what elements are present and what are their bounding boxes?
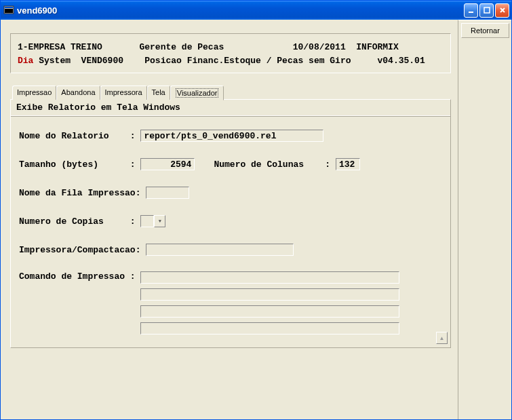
tab-impressora[interactable]: Impressora [100,85,147,100]
row-fila: Nome da Fila Impressao: [19,186,442,199]
header-company: 1-EMPRESA TREINO [18,42,102,52]
tab-impressao[interactable]: Impressao [12,85,56,100]
tab-tela[interactable]: Tela [147,85,170,100]
field-comando-4[interactable] [140,322,399,335]
svg-rect-2 [5,9,13,13]
label-tamanho: Tamanho (bytes) : [19,159,140,170]
header-role: Gerente de Pecas [139,42,224,52]
tab-visualizador[interactable]: Visualizador [170,85,224,100]
window-controls [464,3,509,18]
field-comando-2[interactable] [140,288,399,301]
header-version: v04.35.01 [378,56,425,66]
field-tamanho[interactable]: 2594 [140,158,195,170]
label-impressora: Impressora/Compactacao: [19,245,146,255]
field-fila[interactable] [146,187,189,199]
field-comando-1[interactable] [140,271,399,284]
comando-lines [140,271,442,339]
minimize-button[interactable] [464,3,478,18]
field-comando-3[interactable] [140,305,399,318]
titlebar[interactable]: vend6900 [1,1,511,20]
field-colunas[interactable]: 132 [336,158,360,170]
form-area: Nome do Relatorio : report/pts_0_vend690… [11,129,450,339]
field-impressora[interactable] [146,244,294,256]
main-area: 1-EMPRESA TREINO Gerente de Pecas 10/08/… [1,20,458,419]
close-button[interactable] [495,3,509,18]
row-comando: Comando de Impressao : [19,271,442,339]
header-dia: Dia [18,56,33,66]
window-title: vend6900 [17,5,464,16]
tab-panel: Exibe Relatorio em Tela Windows Nome do … [10,99,451,348]
row-tamanho: Tamanho (bytes) : 2594 Numero de Colunas… [19,157,442,171]
header-date: 10/08/2011 [293,42,346,52]
label-colunas: Numero de Colunas : [214,159,335,170]
label-copias: Numero de Copias : [19,216,140,227]
copias-dropdown-button[interactable]: ▼ [154,215,165,227]
svg-rect-4 [484,7,490,13]
header-db: INFORMIX [356,42,398,52]
svg-rect-3 [469,12,473,13]
report-header: 1-EMPRESA TREINO Gerente de Pecas 10/08/… [10,33,451,73]
row-impressora: Impressora/Compactacao: [19,243,442,256]
app-icon [3,5,14,16]
svg-rect-1 [5,7,13,8]
scroll-up-stub[interactable]: ▲ [436,332,448,344]
row-nome-relatorio: Nome do Relatorio : report/pts_0_vend690… [19,129,442,142]
field-copias[interactable]: ▼ [140,215,165,227]
tab-abandona[interactable]: Abandona [56,85,100,100]
panel-caption: Exibe Relatorio em Tela Windows [11,100,450,116]
label-comando: Comando de Impressao : [19,271,140,282]
copias-input[interactable] [140,215,154,227]
retornar-button[interactable]: Retornar [461,23,509,38]
retornar-label: Retornar [471,26,500,35]
label-fila: Nome da Fila Impressao: [19,188,146,198]
header-system: System VEND6900 [33,56,123,66]
field-nome-relatorio[interactable]: report/pts_0_vend6900.rel [140,130,323,142]
client-area: 1-EMPRESA TREINO Gerente de Pecas 10/08/… [1,20,511,419]
app-window: vend6900 1-EMPRESA TREINO Gerente de Pec… [0,0,512,420]
tab-strip: Impressao Abandona Impressora Tela Visua… [12,85,451,100]
row-copias: Numero de Copias : ▼ [19,214,442,228]
header-desc: Posicao Financ.Estoque / Pecas sem Giro [144,56,351,66]
label-nome-relatorio: Nome do Relatorio : [19,131,140,141]
maximize-button[interactable] [479,3,494,18]
side-panel: Retornar [458,20,511,419]
